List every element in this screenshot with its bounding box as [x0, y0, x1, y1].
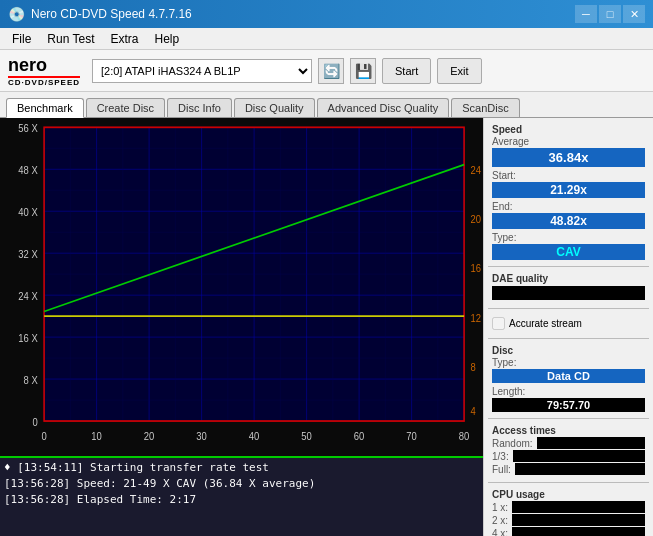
content-wrapper: 56 X 48 X 40 X 32 X 24 X 16 X 8 X 0 24 2…: [0, 118, 483, 536]
menu-help[interactable]: Help: [147, 30, 188, 48]
type-label: Type:: [492, 232, 516, 243]
tab-create-disc[interactable]: Create Disc: [86, 98, 165, 117]
speed-label: Speed: [492, 124, 645, 135]
menu-extra[interactable]: Extra: [102, 30, 146, 48]
log-line-2: [13:56:28] Elapsed Time: 2:17: [4, 492, 479, 508]
app-icon: 💿: [8, 6, 25, 22]
end-value: 48.82x: [492, 213, 645, 229]
tab-bar: Benchmark Create Disc Disc Info Disc Qua…: [0, 92, 653, 118]
nero-logo-subtext: CD·DVD/SPEED: [8, 76, 80, 87]
access-times-label: Access times: [492, 425, 645, 436]
tab-scandisc[interactable]: ScanDisc: [451, 98, 519, 117]
start-value: 21.29x: [492, 182, 645, 198]
drive-select[interactable]: [2:0] ATAPI iHAS324 A BL1P: [92, 59, 312, 83]
end-label: End:: [492, 201, 513, 212]
svg-text:20: 20: [470, 213, 481, 225]
cpu-2x-label: 2 x:: [492, 515, 508, 526]
tab-advanced-disc-quality[interactable]: Advanced Disc Quality: [317, 98, 450, 117]
svg-text:30: 30: [196, 430, 207, 442]
maximize-button[interactable]: □: [599, 5, 621, 23]
one-third-label: 1/3:: [492, 451, 509, 462]
dae-quality-section: DAE quality: [488, 271, 649, 304]
cpu-usage-label: CPU usage: [492, 489, 645, 500]
log-line-1: [13:56:28] Speed: 21-49 X CAV (36.84 X a…: [4, 476, 479, 492]
svg-text:16 X: 16 X: [18, 332, 38, 344]
svg-text:8: 8: [470, 361, 476, 373]
log-area: ♦ [13:54:11] Starting transfer rate test…: [0, 456, 483, 536]
cpu-4x-bar: [512, 527, 645, 536]
full-label: Full:: [492, 464, 511, 475]
access-times-section: Access times Random: 1/3: Full:: [488, 423, 649, 478]
cpu-1x-bar: [512, 501, 645, 513]
log-scroll[interactable]: ♦ [13:54:11] Starting transfer rate test…: [4, 460, 479, 534]
tab-disc-info[interactable]: Disc Info: [167, 98, 232, 117]
svg-text:12: 12: [470, 313, 481, 325]
type-value: CAV: [492, 244, 645, 260]
chart-container: 56 X 48 X 40 X 32 X 24 X 16 X 8 X 0 24 2…: [0, 118, 483, 456]
cpu-4x-label: 4 x:: [492, 528, 508, 537]
disc-type-value: Data CD: [492, 369, 645, 383]
main-content: 56 X 48 X 40 X 32 X 24 X 16 X 8 X 0 24 2…: [0, 118, 653, 536]
menu-bar: File Run Test Extra Help: [0, 28, 653, 50]
svg-text:60: 60: [354, 430, 365, 442]
svg-text:4: 4: [470, 406, 476, 418]
cpu-2x-bar: [512, 514, 645, 526]
average-value: 36.84x: [492, 148, 645, 167]
title-bar: 💿 Nero CD-DVD Speed 4.7.7.16 ─ □ ✕: [0, 0, 653, 28]
menu-file[interactable]: File: [4, 30, 39, 48]
app-title: Nero CD-DVD Speed 4.7.7.16: [31, 7, 192, 21]
disc-label: Disc: [492, 345, 645, 356]
speed-section: Speed Average 36.84x Start: 21.29x End: …: [488, 122, 649, 262]
toolbar: nero CD·DVD/SPEED [2:0] ATAPI iHAS324 A …: [0, 50, 653, 92]
svg-text:8 X: 8 X: [24, 374, 38, 386]
svg-text:24 X: 24 X: [18, 290, 38, 302]
svg-text:40 X: 40 X: [18, 206, 38, 218]
svg-text:16: 16: [470, 262, 481, 274]
tab-disc-quality[interactable]: Disc Quality: [234, 98, 315, 117]
svg-text:50: 50: [301, 430, 312, 442]
dae-quality-label: DAE quality: [492, 273, 645, 284]
svg-text:24: 24: [470, 164, 481, 176]
disc-length-value: 79:57.70: [492, 398, 645, 412]
right-panel: Speed Average 36.84x Start: 21.29x End: …: [483, 118, 653, 536]
log-line-0: ♦ [13:54:11] Starting transfer rate test: [4, 460, 479, 476]
nero-logo-text: nero: [8, 55, 80, 76]
cpu-1x-label: 1 x:: [492, 502, 508, 513]
disc-type-label: Type:: [492, 357, 516, 368]
tab-benchmark[interactable]: Benchmark: [6, 98, 84, 118]
svg-text:48 X: 48 X: [18, 164, 38, 176]
svg-text:0: 0: [41, 430, 47, 442]
accurate-stream-label: Accurate stream: [509, 318, 582, 329]
svg-text:70: 70: [406, 430, 417, 442]
average-label: Average: [492, 136, 529, 147]
svg-text:0: 0: [33, 416, 39, 428]
close-button[interactable]: ✕: [623, 5, 645, 23]
dae-quality-bar: [492, 286, 645, 300]
save-button[interactable]: 💾: [350, 58, 376, 84]
svg-text:10: 10: [91, 430, 102, 442]
menu-run-test[interactable]: Run Test: [39, 30, 102, 48]
accurate-stream-section: Accurate stream: [488, 313, 649, 334]
exit-button[interactable]: Exit: [437, 58, 481, 84]
start-button[interactable]: Start: [382, 58, 431, 84]
start-label: Start:: [492, 170, 516, 181]
svg-text:32 X: 32 X: [18, 248, 38, 260]
random-label: Random:: [492, 438, 533, 449]
svg-text:56 X: 56 X: [18, 123, 38, 135]
one-third-bar: [513, 450, 645, 462]
random-bar: [537, 437, 645, 449]
minimize-button[interactable]: ─: [575, 5, 597, 23]
svg-text:80: 80: [459, 430, 470, 442]
accurate-stream-checkbox[interactable]: [492, 317, 505, 330]
refresh-button[interactable]: 🔄: [318, 58, 344, 84]
full-bar: [515, 463, 645, 475]
disc-section: Disc Type: Data CD Length: 79:57.70: [488, 343, 649, 414]
svg-text:40: 40: [249, 430, 260, 442]
svg-text:20: 20: [144, 430, 155, 442]
cpu-usage-section: CPU usage 1 x: 2 x: 4 x: 8 x:: [488, 487, 649, 536]
disc-length-label: Length:: [492, 386, 525, 397]
chart-svg: 56 X 48 X 40 X 32 X 24 X 16 X 8 X 0 24 2…: [0, 118, 483, 456]
nero-logo: nero CD·DVD/SPEED: [8, 55, 80, 87]
